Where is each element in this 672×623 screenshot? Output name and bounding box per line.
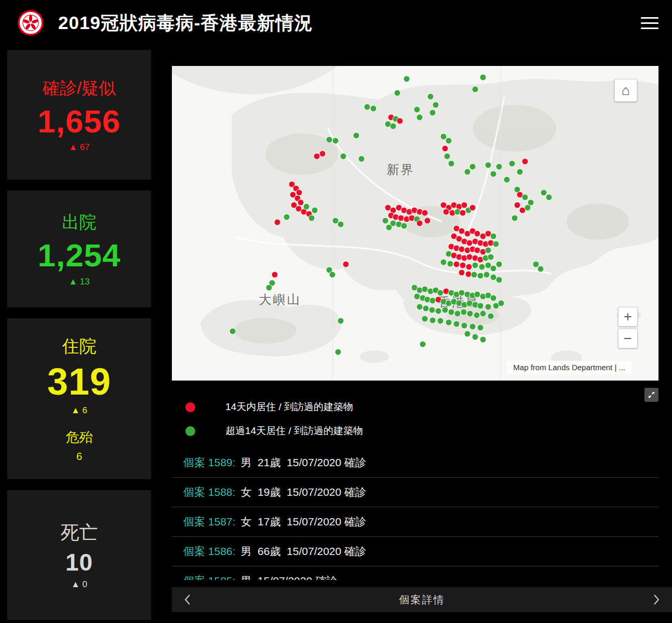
case-marker-old[interactable] bbox=[488, 254, 493, 260]
case-marker-old[interactable] bbox=[446, 319, 452, 325]
case-marker-old[interactable] bbox=[541, 189, 546, 195]
case-marker-old[interactable] bbox=[480, 294, 486, 300]
case-marker-recent[interactable] bbox=[314, 153, 320, 159]
case-marker-old[interactable] bbox=[230, 329, 236, 334]
case-marker-old[interactable] bbox=[504, 177, 509, 182]
case-marker-old[interactable] bbox=[396, 221, 401, 227]
case-marker-old[interactable] bbox=[266, 285, 272, 291]
case-marker-recent[interactable] bbox=[297, 189, 302, 195]
case-marker-recent[interactable] bbox=[416, 209, 422, 215]
case-marker-recent[interactable] bbox=[401, 208, 407, 213]
case-marker-old[interactable] bbox=[484, 272, 490, 278]
case-marker-old[interactable] bbox=[491, 295, 496, 301]
map-home-button[interactable]: ⌂ bbox=[614, 79, 637, 102]
next-panel-button[interactable] bbox=[644, 587, 669, 612]
case-marker-old[interactable] bbox=[455, 310, 461, 316]
case-marker-old[interactable] bbox=[480, 74, 486, 80]
case-marker-old[interactable] bbox=[499, 300, 504, 306]
case-marker-old[interactable] bbox=[448, 161, 454, 167]
case-marker-old[interactable] bbox=[486, 263, 491, 268]
case-marker-old[interactable] bbox=[354, 132, 359, 138]
case-row[interactable]: 個案 1589:男 21歲 15/07/2020 確診 bbox=[172, 448, 658, 478]
case-marker-old[interactable] bbox=[486, 304, 491, 310]
case-marker-old[interactable] bbox=[478, 324, 483, 330]
case-marker-old[interactable] bbox=[464, 291, 470, 297]
case-marker-recent[interactable] bbox=[464, 231, 470, 236]
case-marker-old[interactable] bbox=[370, 106, 376, 112]
case-marker-old[interactable] bbox=[423, 305, 429, 311]
case-marker-old[interactable] bbox=[394, 90, 400, 96]
case-marker-old[interactable] bbox=[391, 124, 396, 129]
case-marker-old[interactable] bbox=[472, 86, 478, 92]
case-marker-old[interactable] bbox=[464, 331, 470, 337]
case-marker-old[interactable] bbox=[480, 310, 486, 316]
case-marker-recent[interactable] bbox=[465, 271, 471, 277]
case-marker-recent[interactable] bbox=[466, 264, 472, 270]
case-marker-recent[interactable] bbox=[448, 243, 454, 249]
case-marker-old[interactable] bbox=[401, 223, 407, 228]
case-marker-old[interactable] bbox=[470, 323, 476, 329]
case-marker-old[interactable] bbox=[486, 162, 491, 168]
case-marker-recent[interactable] bbox=[343, 262, 349, 267]
case-marker-recent[interactable] bbox=[478, 240, 483, 246]
case-marker-recent[interactable] bbox=[472, 238, 478, 244]
case-marker-recent[interactable] bbox=[459, 246, 465, 252]
case-marker-old[interactable] bbox=[488, 313, 493, 319]
case-marker-recent[interactable] bbox=[464, 247, 470, 253]
case-marker-old[interactable] bbox=[414, 294, 420, 300]
case-marker-old[interactable] bbox=[474, 312, 479, 318]
case-marker-old[interactable] bbox=[433, 102, 438, 107]
case-marker-old[interactable] bbox=[436, 308, 441, 314]
case-marker-recent[interactable] bbox=[319, 151, 325, 157]
case-marker-old[interactable] bbox=[404, 76, 409, 82]
zoom-out-button[interactable]: − bbox=[618, 329, 638, 348]
case-marker-old[interactable] bbox=[438, 318, 443, 324]
case-marker-old[interactable] bbox=[522, 195, 528, 200]
case-marker-old[interactable] bbox=[496, 164, 502, 169]
case-marker-old[interactable] bbox=[461, 309, 467, 315]
case-marker-recent[interactable] bbox=[454, 245, 460, 251]
case-marker-recent[interactable] bbox=[397, 118, 402, 124]
zoom-in-button[interactable]: + bbox=[618, 307, 638, 327]
case-marker-recent[interactable] bbox=[454, 262, 460, 267]
case-marker-old[interactable] bbox=[456, 300, 462, 306]
case-marker-recent[interactable] bbox=[472, 255, 478, 261]
case-marker-old[interactable] bbox=[525, 205, 530, 211]
previous-panel-button[interactable] bbox=[175, 587, 200, 612]
case-marker-recent[interactable] bbox=[470, 205, 476, 211]
case-marker-recent[interactable] bbox=[515, 202, 520, 208]
case-marker-recent[interactable] bbox=[480, 233, 486, 239]
case-marker-old[interactable] bbox=[496, 277, 502, 283]
case-marker-old[interactable] bbox=[509, 161, 515, 167]
case-marker-old[interactable] bbox=[459, 290, 465, 295]
case-marker-old[interactable] bbox=[486, 247, 491, 253]
case-marker-old[interactable] bbox=[454, 321, 460, 327]
case-marker-recent[interactable] bbox=[409, 215, 414, 221]
case-marker-recent[interactable] bbox=[443, 209, 449, 215]
case-marker-recent[interactable] bbox=[295, 206, 301, 212]
case-marker-old[interactable] bbox=[429, 307, 435, 313]
case-marker-old[interactable] bbox=[471, 272, 477, 278]
case-marker-old[interactable] bbox=[493, 241, 499, 247]
case-marker-old[interactable] bbox=[479, 264, 485, 270]
case-row[interactable]: 個案 1585:男 15/07/2020 確診 bbox=[172, 566, 658, 580]
case-marker-old[interactable] bbox=[364, 104, 370, 110]
case-marker-old[interactable] bbox=[467, 310, 473, 316]
case-marker-old[interactable] bbox=[414, 107, 420, 113]
case-marker-recent[interactable] bbox=[416, 221, 422, 226]
case-marker-old[interactable] bbox=[480, 336, 486, 342]
case-marker-old[interactable] bbox=[427, 288, 433, 294]
case-row[interactable]: 個案 1588:女 19歲 15/07/2020 確診 bbox=[172, 478, 658, 507]
case-marker-old[interactable] bbox=[424, 297, 430, 303]
case-marker-recent[interactable] bbox=[467, 254, 473, 260]
case-marker-recent[interactable] bbox=[393, 214, 399, 220]
case-marker-old[interactable] bbox=[430, 317, 436, 323]
case-marker-old[interactable] bbox=[478, 303, 483, 308]
case-marker-old[interactable] bbox=[338, 318, 344, 324]
case-marker-old[interactable] bbox=[359, 156, 365, 161]
case-marker-old[interactable] bbox=[312, 208, 317, 213]
case-marker-recent[interactable] bbox=[462, 202, 467, 208]
case-marker-old[interactable] bbox=[491, 266, 496, 272]
case-marker-old[interactable] bbox=[538, 266, 544, 272]
case-marker-recent[interactable] bbox=[404, 216, 409, 222]
